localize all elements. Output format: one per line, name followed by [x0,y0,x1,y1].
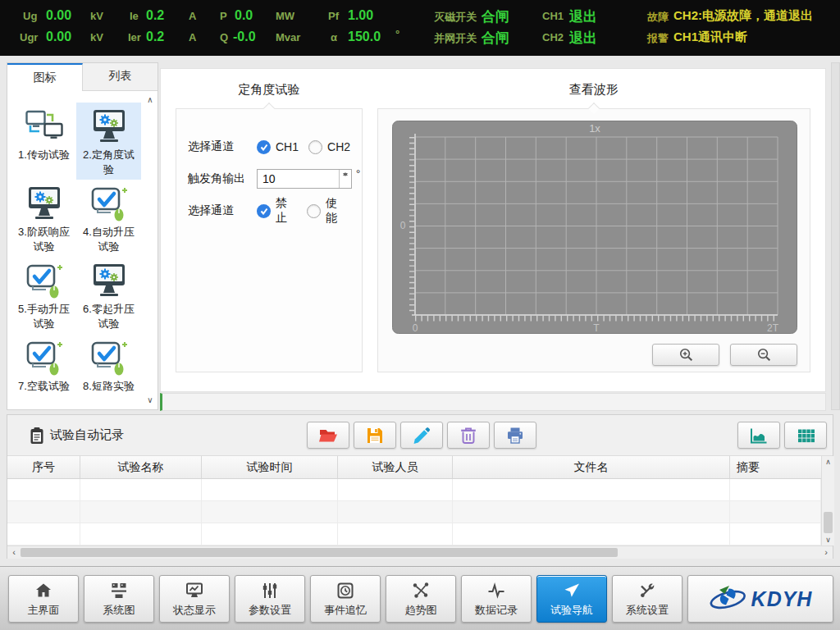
scroll-up-icon[interactable]: ∧ [822,456,834,468]
radio-ch2[interactable] [308,140,322,154]
nav-event-recall-button[interactable]: 事件追忆 [310,575,381,623]
angle-output-input[interactable] [258,170,338,188]
monitors-icon [13,107,75,148]
radio-ch2-label[interactable]: CH2 [327,140,350,153]
cell-test-time [202,523,338,545]
sidebar-item-label: 8.短路实验 [78,379,139,394]
nav-trend-chart-button[interactable]: 趋势图 [386,575,456,623]
nav-test-navigation-button[interactable]: 试验导航 [536,575,607,623]
table-view-button[interactable] [784,422,827,449]
waveform-view-button[interactable] [737,422,780,449]
monitor-gear-icon [13,184,75,225]
sidebar-item-label: 7.空载试验 [13,379,75,394]
cell-index [7,523,80,545]
alpha-unit: ° [395,28,399,40]
scale-label: 1x [589,122,600,135]
column-header-index: 序号 [7,456,80,478]
cell-tester [338,523,453,545]
open-record-button[interactable] [307,422,349,449]
cell-index [7,479,80,500]
radio-disable[interactable] [257,204,271,218]
scroll-down-icon[interactable]: ∨ [822,534,834,546]
ch1-status-label: CH1 [542,10,564,22]
sidebar-item-manual-boost-test[interactable]: 5.手动升压试验 [11,257,76,334]
monitor-check-mouse-icon [78,184,139,225]
cell-file-name [453,501,730,523]
sidebar-item-step-response-test[interactable]: 3.阶跃响应试验 [11,180,76,257]
x-tick-2T: 2T [767,322,779,334]
sidebar-item-short-circuit-test[interactable]: 8.短路实验 [76,334,141,408]
kdyh-logo-text: KDYH [751,587,813,611]
radio-enable[interactable] [307,204,321,218]
form-panel-notch [263,103,275,114]
records-vertical-scrollbar[interactable]: ∧ ∨ [821,456,834,546]
nav-status-display-button[interactable]: 状态显示 [159,575,230,623]
waveform-panel-notch [588,103,600,114]
delete-record-button[interactable] [447,422,490,449]
clipboard-icon [27,426,47,445]
records-title: 试验自动记录 [50,427,124,443]
parameter-settings-icon [260,581,280,600]
waveform-chart: 1x 0 0 T 2T [392,121,797,334]
radio-ch1[interactable] [257,140,271,154]
zoom-out-button[interactable] [730,344,797,366]
nav-label: 状态显示 [173,603,216,618]
kdyh-logo-icon [709,582,746,616]
tab-list[interactable]: 列表 [83,63,158,91]
ch1-status-value: 退出 [569,7,597,26]
open-folder-icon [318,427,338,445]
ie-unit: A [189,10,196,22]
sidebar-item-zero-start-boost-test[interactable]: 6.零起升压试验 [76,257,141,334]
nav-data-record-button[interactable]: 数据记录 [461,575,532,623]
scrollbar-thumb[interactable] [21,548,618,557]
nav-system-settings-button[interactable]: 系统设置 [612,575,682,623]
records-view-switcher [737,422,827,449]
print-record-button[interactable] [494,422,536,449]
radio-enable-label[interactable]: 使能 [326,196,347,226]
nav-system-diagram-button[interactable]: 系统图 [84,575,154,623]
nav-parameter-settings-button[interactable]: 参数设置 [235,575,305,623]
main-scrollbar[interactable] [831,62,840,410]
enable-select-row: 选择通道 禁止 使能 [188,200,357,221]
waveform-panel: 1x 0 0 T 2T [377,108,810,372]
nav-main-screen-button[interactable]: 主界面 [8,575,79,623]
cell-file-name [453,523,730,545]
cell-summary [730,479,821,500]
tab-icons[interactable]: 图标 [7,63,83,91]
y-axis-zero-label: 0 [400,220,406,231]
sidebar-item-label: 4.自动升压试验 [78,225,139,253]
scrollbar-thumb[interactable] [824,512,833,533]
save-record-button[interactable] [354,422,396,449]
sidebar-scroll-down-icon[interactable]: ∨ [144,395,156,406]
status-strip [160,393,826,411]
ie-label: Ie [130,10,139,22]
scroll-right-icon[interactable]: › [819,546,833,559]
tab-list-label: 列表 [109,69,132,82]
q-unit: Mvar [276,31,300,43]
monitor-gear-icon [78,261,139,302]
enable-select-label: 选择通道 [188,203,257,218]
kdyh-logo-button[interactable]: KDYH [687,575,833,623]
sidebar-scroll-up-icon[interactable]: ∧ [144,94,156,106]
sidebar-item-no-load-test[interactable]: 7.空载试验 [11,334,76,408]
cell-test-time [202,501,338,523]
sidebar-item-fixed-angle-test[interactable]: 2.定角度试验 [76,103,141,180]
edit-record-button[interactable] [400,422,443,449]
cell-summary [730,523,821,545]
cell-test-name [80,523,202,545]
status-display-icon [185,581,204,600]
ier-value: 0.2 [146,30,164,44]
alpha-value: 150.0 [348,30,381,44]
records-horizontal-scrollbar[interactable]: ‹ › [7,546,833,559]
sidebar-item-auto-boost-test[interactable]: 4.自动升压试验 [76,180,141,257]
tab-icons-label: 图标 [34,71,57,84]
angle-output-row: 触发角输出 ° [188,168,357,189]
nav-label: 主界面 [28,603,60,618]
scroll-left-icon[interactable]: ‹ [7,546,21,559]
sidebar-item-transmission-test[interactable]: 1.传动试验 [11,103,76,180]
radio-ch1-label[interactable]: CH1 [276,140,299,153]
zoom-in-button[interactable] [652,344,719,366]
angle-output-spinbox [257,169,352,189]
demag-switch-label: 灭磁开关 [434,10,477,25]
radio-disable-label[interactable]: 禁止 [276,196,297,226]
